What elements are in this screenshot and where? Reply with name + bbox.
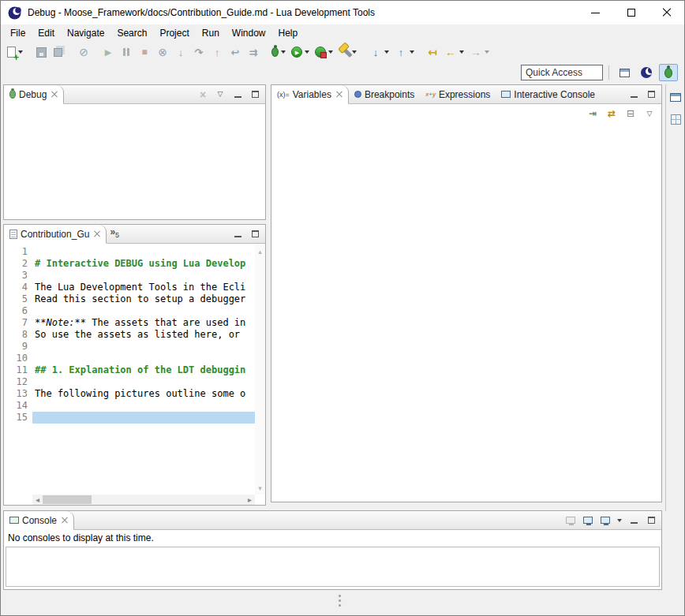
minimize-view-icon[interactable] [234,91,241,98]
maximize-button[interactable] [613,1,649,24]
new-console-button[interactable] [600,515,611,526]
variables-tabbar: VariablesBreakpointsExpressionsInteracti… [271,85,661,104]
debug-button[interactable] [269,43,288,61]
last-edit-location-button[interactable] [424,43,441,61]
maximize-view-icon[interactable] [648,91,655,98]
menu-item-project[interactable]: Project [153,25,195,41]
debug-perspective-button[interactable] [659,64,678,81]
quick-access-input[interactable] [521,65,603,80]
dropdown-arrow-icon[interactable] [305,50,309,54]
back-icon [444,46,457,58]
code-segment: **Note:** [35,317,86,328]
restore-minimized-views-button[interactable] [668,91,683,103]
console-view-toolbar [565,511,661,529]
menu-item-run[interactable]: Run [196,25,226,41]
menu-item-edit[interactable]: Edit [32,25,61,41]
close-button[interactable] [649,1,684,24]
open-perspective-button[interactable] [615,64,634,81]
maximize-view-icon[interactable] [252,230,259,237]
show-type-names-icon[interactable] [587,108,598,119]
console-icon [9,517,19,524]
editor-line: # Interactive DEBUG using Lua Develop [32,258,255,270]
maximize-view-icon[interactable] [252,91,259,98]
tab-breakpoints[interactable]: Breakpoints [349,85,420,103]
secondary-toolbar [1,62,684,83]
menu-item-help[interactable]: Help [272,25,305,41]
editor-line [32,341,255,353]
tab-debug[interactable]: Debug [4,85,64,104]
close-tab-icon[interactable] [51,91,58,98]
hidden-editors-button[interactable]: 5 [107,225,122,243]
code-segment: The following pictures outline some o [35,388,245,399]
dropdown-arrow-icon[interactable] [617,519,622,522]
dropdown-arrow-icon[interactable] [459,50,464,54]
debug-icon [9,90,16,99]
editor-vertical-scrollbar[interactable] [255,244,265,495]
dropdown-arrow-icon[interactable] [328,50,333,54]
console-content-area[interactable] [6,547,660,587]
editor-text-area[interactable]: # Interactive DEBUG using Lua DevelopThe… [32,244,255,495]
tab-label: Console [22,515,57,526]
step-return-icon [211,46,223,58]
scroll-right-icon[interactable] [245,495,255,504]
tab-interactive-console[interactable]: Interactive Console [496,85,601,103]
new-console-icon [601,517,610,524]
collapse-all-icon[interactable] [625,108,636,119]
scroll-down-icon[interactable] [258,482,262,493]
menu-item-window[interactable]: Window [226,25,272,41]
editor-horizontal-scrollbar[interactable] [32,495,255,505]
run-button[interactable] [289,43,312,61]
editor-line: So use the assets as listed here, or [32,329,255,341]
close-tab-icon[interactable] [62,517,68,524]
tab-expressions[interactable]: Expressions [420,85,496,103]
statusbar-drag-handle[interactable] [339,595,341,597]
next-annotation-button[interactable] [367,43,391,61]
debug-view-toolbar [197,85,265,103]
minimized-views-strip [665,84,685,511]
coverage-button[interactable] [313,43,335,61]
remove-all-terminated-button [197,89,208,100]
menu-item-navigate[interactable]: Navigate [61,25,110,41]
variables-view-body[interactable] [271,123,661,502]
run-icon [291,47,302,58]
minimized-view-button[interactable] [668,113,683,125]
toolbar-group [99,43,262,61]
close-tab-icon[interactable] [94,231,100,237]
scrollbar-thumb[interactable] [43,495,92,504]
view-menu-icon[interactable] [215,89,226,100]
debug-view-body[interactable] [4,104,265,219]
new-button[interactable] [5,43,25,61]
restore-view-icon [670,93,681,102]
toolbar-separator [608,65,609,80]
minimize-view-icon[interactable] [631,517,638,524]
minimize-view-icon[interactable] [234,231,241,237]
open-console-icon[interactable] [583,517,593,524]
line-number: 4 [4,282,28,293]
maximize-view-icon[interactable] [648,517,655,524]
dropdown-arrow-icon[interactable] [410,50,414,54]
tab-variables[interactable]: Variables [271,85,349,104]
tab-contribution-guide[interactable]: Contribution_Gu [4,225,107,244]
code-segment: Read this section to setup a debugger [35,293,245,304]
dropdown-arrow-icon[interactable] [281,50,286,54]
dropdown-arrow-icon[interactable] [352,50,357,54]
previous-annotation-button[interactable] [392,43,417,61]
scroll-up-icon[interactable] [258,245,262,256]
back-button[interactable] [442,43,466,61]
minimize-button[interactable] [578,1,613,24]
lua-perspective-button[interactable] [637,64,656,81]
tab-console[interactable]: Console [4,511,74,530]
dropdown-arrow-icon[interactable] [384,50,389,54]
menu-item-file[interactable]: File [4,25,32,41]
step-over-button [190,43,208,61]
search-button[interactable] [342,43,360,61]
close-tab-icon[interactable] [336,91,342,98]
tab-label: Breakpoints [365,89,414,100]
next-annotation-icon [369,46,382,58]
menu-item-search[interactable]: Search [110,25,153,41]
scroll-left-icon[interactable] [32,495,43,504]
save-all-icon [54,48,62,57]
view-menu-icon[interactable] [644,108,655,119]
minimize-view-icon[interactable] [631,91,638,98]
show-logical-structures-icon[interactable] [606,108,617,119]
